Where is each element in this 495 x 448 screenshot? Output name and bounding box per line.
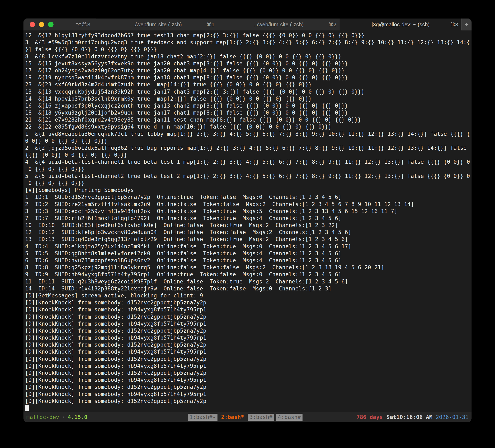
terminal-line: 8 ID:8 SUID:q25kpzj92mpjlli8a6ykrrq5 Onl… [25, 264, 471, 271]
terminal-line: 11 ID:11 SUID:q2u3h8weyg6z2coiik987plf O… [25, 278, 471, 285]
terminal-line: [D][KnockKnock] from somebody: d152nvc2g… [25, 356, 471, 362]
tab-label: j3g@malloc-dev: ~ (ssh) [372, 21, 429, 28]
traffic-lights [30, 22, 54, 27]
terminal-line: [D][KnockKnock] from somebody: d152nvc2g… [25, 327, 471, 334]
terminal-line: 9 ID:9 SUID:nb94vyxg8fb571h4ty795rp1 Onl… [25, 271, 471, 278]
terminal-line: [D][KnockKnock] from somebody: d152nvc2g… [25, 299, 471, 306]
terminal-line: [D][KnockKnock] from somebody: nb94vyxg8… [25, 320, 471, 327]
terminal-line: 8 &{8 lcvkfw7z10c1ldrzvrdevtny true jan1… [25, 53, 471, 60]
terminal-line: [D][KnockKnock] from somebody: d152nvc2g… [25, 341, 471, 348]
text-cursor [25, 405, 29, 411]
terminal-line: 2 ID:2 SUID:ze21ym5rztt4fvlsaklmx2u9 Onl… [25, 201, 471, 208]
close-button[interactable] [30, 22, 35, 27]
tab-label: ../web/lum-site (-zsh) [254, 21, 303, 28]
terminal-line: 2 &{2 jdjzd5ob0o12dx6alffuq362 true bug … [25, 145, 471, 151]
terminal-line: 15 &{15 jevut8xssya56yys7fxvek9o true ja… [25, 60, 471, 67]
terminal-line: 1 &{1 uvd8xeapotu30emcqkuk79c1 true lobb… [25, 131, 471, 137]
clock-label: Sat10:16:06 AM [386, 414, 432, 420]
terminal-line: 14 &{14 hpovib37brb3sclhb9xrmk0y true ma… [25, 95, 471, 102]
terminal-line: 21 &{21 e7v9282hf0xqrd2v4t98ey85 true ja… [25, 116, 471, 123]
terminal-line: 6 ID:6 SUID:nvu733mbqpfszo186ups6nv2 Onl… [25, 257, 471, 264]
terminal-line: [D][KnockKnock] from somebody: nb94vyxg8… [25, 334, 471, 341]
status-right: 786 days Sat10:16:06 AM 2026-01-31 [357, 414, 469, 420]
hostname-label: malloc-dev [26, 414, 59, 420]
tab-label: ../web/lum-site (-zsh) [132, 21, 182, 28]
window-shortcut-label: ⌥⌘3 [75, 18, 90, 30]
date-label: 2026-01-31 [436, 414, 469, 420]
terminal-line: {{{} {0 0}} 0 0 {{} 0} {{} 0}}} [25, 151, 471, 158]
tab-lum-site-2[interactable]: ../web/lum-site (-zsh) ⌘2 [218, 18, 340, 30]
terminal-line: 16 &{16 zjxappsf3p0lycxqjcz2onth true ja… [25, 102, 471, 109]
terminal-line: 4 &{4 uuid-beta-test-channel1 true beta … [25, 158, 471, 165]
zoom-button[interactable] [48, 22, 54, 27]
titlebar: ⌥⌘3 ../web/lum-site (-zsh) ⌘1 ../web/lum… [24, 18, 471, 30]
terminal-line: 23 &{23 sxf69rkd3z4m2d4uimt0zu4b true ma… [25, 81, 471, 88]
new-tab-button[interactable]: + [461, 18, 471, 30]
terminal-line: 12 ID:12 SUID:kie8pjo3wwckmv80we8uan04 O… [25, 229, 471, 236]
terminal-line: [D][KnockKnock] from somebody: nb94vyxg8… [25, 391, 471, 398]
terminal-line: [D][KnockKnock] from somebody: nb94vyxg8… [25, 362, 471, 369]
terminal-output: 12 &{12 h1qyi31rytfy93dbcod7b657 true te… [25, 32, 471, 405]
terminal-line: [V][Somebodys] Printing Somebodys [25, 186, 471, 194]
terminal-line: 18 &{18 y6yxu3zglj20e1jofb2v9ueu true ja… [25, 109, 471, 116]
terminal-line: [D][KnockKnock] from somebody: d152nvc2g… [25, 369, 471, 376]
uptime-label: 786 days [357, 414, 383, 420]
tmux-status-bar: malloc-dev • 4.15.0 1:bash#- 2:bash* 3:b… [24, 412, 471, 422]
terminal-line: 0 0}} 0 0 {{} 0} {{} 0}}} [25, 137, 471, 145]
tmux-window-2-active[interactable]: 2:bash* [220, 414, 246, 421]
status-left: malloc-dev • 4.15.0 [26, 414, 87, 420]
terminal-line: 7 ID:7 SUID:rtb2i6t1moxtlolqgfo4792f Onl… [25, 215, 471, 222]
terminal-window: ⌥⌘3 ../web/lum-site (-zsh) ⌘1 ../web/lum… [24, 18, 471, 422]
terminal-line: [D][KnockKnock] from somebody: d152nvc2g… [25, 383, 471, 390]
tab-ssh-malloc-dev[interactable]: j3g@malloc-dev: ~ (ssh) ⌘3 [340, 18, 461, 30]
version-label: 4.15.0 [68, 414, 87, 420]
separator-dot: • [62, 415, 65, 420]
terminal-line: 10 ID:10 SUID:b183fjoe0kul6slxvbclk0ej O… [25, 222, 471, 229]
terminal-line: 22 &{22 e895fgwd86s9xxty9pvsig64 true d … [25, 123, 471, 130]
tab-shortcut: ⌘3 [450, 22, 458, 27]
terminal-line: 1 ID:1 SUID:d152nvc2gppqtjbp5zna7y2p Onl… [25, 194, 471, 200]
titlebar-left-controls: ⌥⌘3 [24, 18, 96, 30]
terminal-line: 12 &{12 h1qyi31rytfy93dbcod7b657 true te… [25, 32, 471, 39]
terminal-line: [D][KnockKnock] from somebody: nb94vyxg8… [25, 348, 471, 355]
tab-shortcut: ⌘2 [328, 22, 336, 27]
terminal-line: 0 {{} 0} {{} 0}}} [25, 166, 471, 172]
terminal-line: [D][KnockKnock] from somebody: d152nvc2g… [25, 398, 471, 405]
tmux-window-1[interactable]: 1:bash#- [188, 414, 218, 421]
terminal-line: 5 &{5 uuid-beta-test-channel2 true beta … [25, 172, 471, 180]
terminal-line: 14 ID:14 SUID:r1x4i32p388ty22loxcojr9w O… [25, 285, 471, 292]
terminal-line: }] false {{{} {0 0}} 0 0 {{} 0} {{} 0}}} [25, 46, 471, 53]
terminal-line: 19 &{19 nynrso3wami14k4cvfrk87hm true ja… [25, 74, 471, 81]
terminal-line: 13 &{13 vxcqqrukbjyduj54zn39k92h true ja… [25, 88, 471, 95]
tmux-window-4[interactable]: 4:bash# [276, 414, 302, 421]
terminal-line: [D][KnockKnock] from somebody: nb94vyxg8… [25, 306, 471, 313]
terminal-screen[interactable]: 12 &{12 h1qyi31rytfy93dbcod7b657 true te… [24, 30, 471, 412]
terminal-line: 13 ID:13 SUID:g40de3rig5qq213ztoiqlz29 O… [25, 236, 471, 243]
cursor-line [25, 405, 471, 412]
screenshot-stage: ⌥⌘3 ../web/lum-site (-zsh) ⌘1 ../web/lum… [0, 0, 495, 448]
tmux-window-3[interactable]: 3:bash# [248, 414, 274, 421]
terminal-line: 4 ID:4 SUID:elkbjto25y2ux144nz3m9fki Onl… [25, 243, 471, 250]
tmux-window-list: 1:bash#- 2:bash* 3:bash# 4:bash# [187, 414, 303, 421]
terminal-line: 17 &{17 oh24ysgs2va4zi0g62om7uty true ja… [25, 67, 471, 74]
terminal-line: 5 ID:5 SUID:qg8hht8s1mleelvforei2ck0 Onl… [25, 250, 471, 257]
terminal-line: 0 {{} 0} {{} 0}}} [25, 180, 471, 186]
terminal-line: [D][GetMessages] stream active, blocking… [25, 292, 471, 299]
tab-lum-site-1[interactable]: ../web/lum-site (-zsh) ⌘1 [96, 18, 218, 30]
terminal-line: 3 ID:3 SUID:edcjm259zvjmf3v9484ut2ok Onl… [25, 208, 471, 215]
tab-shortcut: ⌘1 [206, 22, 215, 27]
terminal-line: 3 &{3 e59w5q3im0rni7cubqu2wcq3 true feed… [25, 39, 471, 46]
terminal-line: [D][KnockKnock] from somebody: nb94vyxg8… [25, 376, 471, 383]
terminal-line: [D][KnockKnock] from somebody: d152nvc2g… [25, 313, 471, 320]
minimize-button[interactable] [39, 22, 44, 27]
